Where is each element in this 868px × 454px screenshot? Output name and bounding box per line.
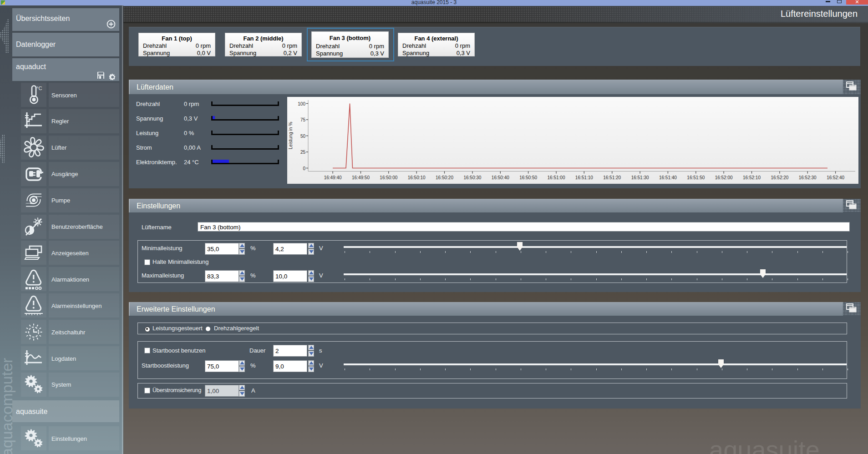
svg-text:50: 50 <box>300 134 306 139</box>
svg-text:16:51:00: 16:51:00 <box>548 175 565 180</box>
svg-text:16:50:40: 16:50:40 <box>492 175 509 180</box>
svg-text:16:52:20: 16:52:20 <box>771 175 788 180</box>
svg-text:16:50:00: 16:50:00 <box>380 175 397 180</box>
svg-text:100: 100 <box>298 101 305 106</box>
svg-text:16:52:10: 16:52:10 <box>743 175 761 180</box>
svg-text:16:50:20: 16:50:20 <box>436 175 453 180</box>
svg-text:16:52:30: 16:52:30 <box>799 175 817 180</box>
svg-text:0: 0 <box>303 166 305 171</box>
svg-text:16:51:10: 16:51:10 <box>575 175 593 180</box>
svg-text:16:52:40: 16:52:40 <box>827 175 844 180</box>
svg-text:16:49:50: 16:49:50 <box>352 175 370 180</box>
svg-text:16:50:10: 16:50:10 <box>408 175 426 180</box>
svg-text:°C: °C <box>36 86 42 91</box>
svg-text:16:51:50: 16:51:50 <box>687 175 705 180</box>
svg-text:Leistung in %: Leistung in % <box>288 122 293 149</box>
svg-text:16:51:30: 16:51:30 <box>631 175 649 180</box>
svg-text:75: 75 <box>300 117 306 122</box>
svg-text:16:49:40: 16:49:40 <box>324 175 342 180</box>
svg-text:16:50:30: 16:50:30 <box>463 175 481 180</box>
svg-text:16:50:50: 16:50:50 <box>519 175 537 180</box>
svg-text:16:51:40: 16:51:40 <box>659 175 677 180</box>
svg-text:25: 25 <box>300 150 306 155</box>
svg-text:16:51:20: 16:51:20 <box>603 175 621 180</box>
svg-text:16:52:00: 16:52:00 <box>715 175 733 180</box>
